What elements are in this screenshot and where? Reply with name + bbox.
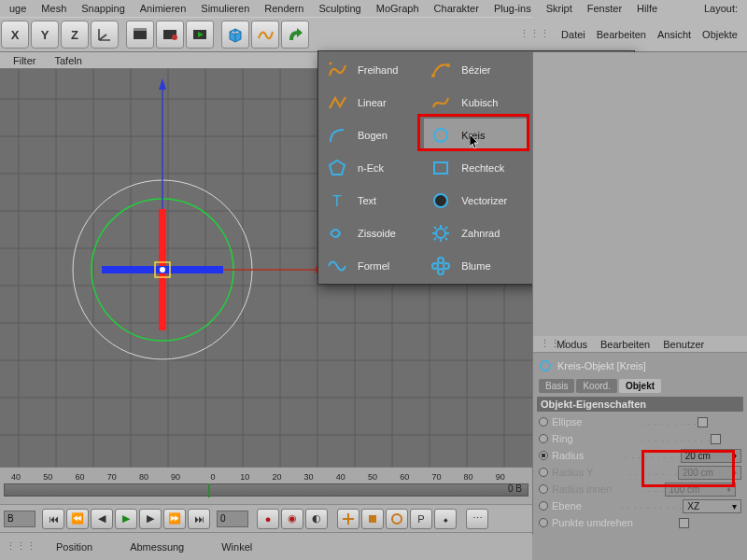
tab-objekt[interactable]: Objekt — [619, 379, 661, 393]
attr-menu-item[interactable]: Bearbeiten — [594, 339, 656, 350]
scale-tool-button[interactable] — [361, 509, 384, 529]
render-settings-button[interactable] — [186, 21, 214, 49]
frame-start-field[interactable]: B — [4, 511, 35, 527]
autokey-button[interactable]: ◉ — [281, 509, 303, 529]
dropdown-item-bezier[interactable]: Bézier — [424, 53, 528, 86]
dropdown-item-kreis[interactable]: Kreis — [424, 119, 528, 151]
dropdown-item-vectorizer[interactable]: Vectorizer — [424, 184, 528, 217]
coord-winkel-label: Winkel — [221, 541, 252, 553]
timeline-ruler[interactable]: 40 50 60 70 80 90 0 10 20 30 40 50 60 70… — [0, 468, 532, 483]
axis-z-button[interactable]: Z — [61, 21, 89, 49]
move-tool-button[interactable] — [337, 509, 359, 529]
menu-item[interactable]: uge — [2, 3, 34, 14]
tab-koord[interactable]: Koord. — [576, 379, 616, 393]
menu-item[interactable]: Hilfe — [629, 3, 665, 14]
svg-point-60 — [392, 514, 402, 524]
dropdown-item-kubisch[interactable]: Kubisch — [424, 86, 528, 119]
dropdown-item-linear[interactable]: Linear — [320, 86, 424, 119]
gizmo-x-handle-neg[interactable] — [102, 266, 162, 273]
kreis-icon — [430, 124, 452, 147]
zissoide-icon — [326, 222, 348, 245]
menu-item[interactable]: Plug-ins — [486, 3, 539, 14]
rotate-tool-button[interactable] — [386, 509, 408, 529]
prev-key-button[interactable]: ⏪ — [66, 509, 89, 529]
ebene-dropdown[interactable]: XZ▾ — [683, 499, 741, 513]
menu-item[interactable]: Simulieren — [193, 3, 257, 14]
next-key-button[interactable]: ⏩ — [163, 509, 186, 529]
svg-rect-41 — [434, 162, 447, 174]
coord-position-label: Position — [56, 541, 92, 553]
text-icon: T — [326, 189, 348, 212]
attr-menu-item[interactable]: Modus — [550, 339, 594, 350]
keyframe-options-button[interactable]: ◐ — [305, 509, 328, 529]
layout-label[interactable]: Layout: — [697, 3, 745, 14]
goto-start-button[interactable]: ⏮ — [42, 509, 64, 529]
spline-primitive-button[interactable] — [251, 21, 279, 49]
coord-system-button[interactable] — [91, 21, 119, 49]
timeline-track[interactable]: 0 B — [4, 483, 529, 497]
render-region-button[interactable] — [156, 21, 184, 49]
extra-tool-button[interactable]: ⋯ — [466, 509, 488, 529]
object-manager[interactable] — [532, 52, 747, 336]
menu-item[interactable]: Sculpting — [311, 3, 368, 14]
playhead-icon[interactable] — [208, 483, 210, 497]
prop-radius-innen-label: Radius innen — [552, 483, 612, 495]
render-button[interactable] — [126, 21, 154, 49]
menu-item[interactable]: Charakter — [427, 3, 486, 14]
dropdown-item-bogen[interactable]: Bogen — [320, 119, 424, 151]
attr-menu-item[interactable]: Benutzer — [656, 339, 711, 350]
axis-x-button[interactable]: X — [1, 21, 29, 49]
menu-item[interactable]: MoGraph — [369, 3, 427, 14]
menu-item[interactable]: Snapping — [74, 3, 133, 14]
axis-y-button[interactable]: Y — [31, 21, 59, 49]
dropdown-item-zissoide[interactable]: Zissoide — [320, 217, 424, 249]
dropdown-item-blume[interactable]: Blume — [424, 249, 528, 282]
menu-item[interactable]: Rendern — [257, 3, 311, 14]
umdrehen-checkbox[interactable] — [679, 518, 689, 528]
tafeln-menu[interactable]: Tafeln — [45, 55, 91, 66]
bogen-icon — [326, 124, 348, 147]
ellipse-checkbox[interactable] — [698, 417, 708, 427]
dropdown-item-formel[interactable]: Formel — [320, 249, 424, 282]
kubisch-icon — [430, 91, 452, 114]
menu-item[interactable]: Skript — [539, 3, 580, 14]
filter-menu[interactable]: Filter — [4, 55, 45, 66]
next-frame-button[interactable]: ▶ — [139, 509, 162, 529]
record-button[interactable]: ● — [257, 509, 279, 529]
om-menu-item[interactable]: Datei — [556, 29, 591, 40]
menu-item[interactable]: Fenster — [580, 3, 629, 14]
attributes-manager: ⋮⋮⋮ Modus Bearbeiten Benutzer Kreis-Obje… — [532, 336, 747, 535]
prop-radius-y-label: Radius Y — [552, 467, 593, 478]
dropdown-item-text[interactable]: TText — [320, 184, 424, 217]
radius-field[interactable]: 20 cm♦ — [681, 449, 741, 463]
object-title: Kreis-Objekt [Kreis] — [539, 357, 741, 375]
dropdown-item-freihand[interactable]: Freihand — [320, 53, 424, 86]
anim-tool-button[interactable]: ⬥ — [434, 509, 457, 529]
param-tool-button[interactable]: P — [410, 509, 432, 529]
om-menu-item[interactable]: Objekte — [697, 29, 743, 40]
om-menu-item[interactable]: Bearbeiten — [591, 29, 652, 40]
gizmo-y-handle-neg[interactable] — [159, 270, 166, 330]
coord-abmessung-label: Abmessung — [130, 541, 184, 553]
svg-point-39 — [446, 63, 450, 67]
om-menu-item[interactable]: Ansicht — [652, 29, 697, 40]
ring-checkbox[interactable] — [711, 434, 721, 444]
tab-basis[interactable]: Basis — [539, 379, 574, 393]
play-button[interactable]: ▶ — [115, 509, 137, 529]
generator-button[interactable] — [281, 21, 309, 49]
frame-current-field[interactable]: 0 — [217, 511, 248, 527]
gizmo-x-handle[interactable] — [162, 266, 223, 273]
timeline[interactable]: 40 50 60 70 80 90 0 10 20 30 40 50 60 70… — [0, 467, 532, 504]
gizmo-y-handle[interactable] — [159, 209, 166, 270]
goto-end-button[interactable]: ⏭ — [188, 509, 210, 529]
freihand-icon — [326, 59, 348, 81]
prev-frame-button[interactable]: ◀ — [91, 509, 113, 529]
dropdown-item-rechteck[interactable]: Rechteck — [424, 151, 528, 184]
dropdown-item-zahnrad[interactable]: Zahnrad — [424, 217, 528, 249]
menu-item[interactable]: Mesh — [34, 3, 74, 14]
menu-item[interactable]: Animieren — [133, 3, 194, 14]
svg-marker-32 — [159, 78, 166, 90]
dropdown-item-neck[interactable]: n-Eck — [320, 151, 424, 184]
object-manager-menu: ⋮⋮⋮ Datei Bearbeiten Ansicht Objekte — [532, 17, 747, 52]
cube-primitive-button[interactable] — [221, 21, 249, 49]
